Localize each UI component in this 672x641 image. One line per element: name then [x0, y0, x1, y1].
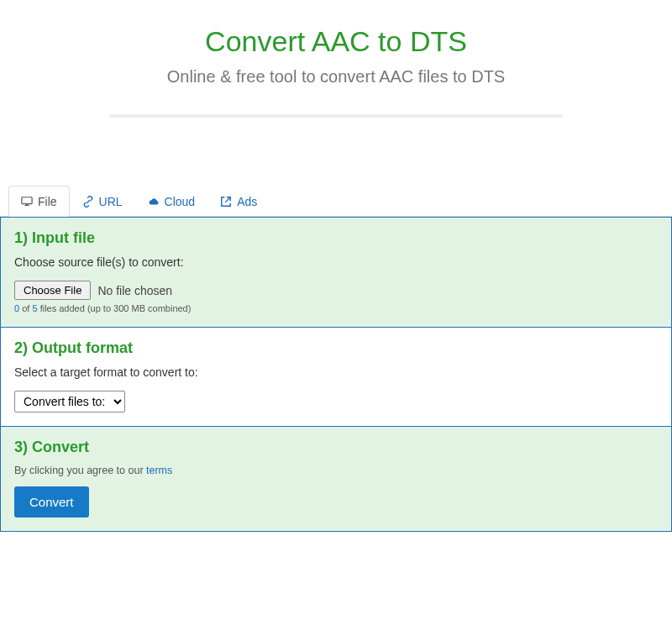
svg-rect-0	[22, 197, 32, 204]
choose-file-button[interactable]: Choose File	[14, 281, 91, 300]
terms-line: By clicking you agree to our terms	[14, 465, 658, 476]
source-tabs: File URL Cloud Ads	[0, 185, 672, 217]
convert-button[interactable]: Convert	[14, 486, 89, 518]
tab-file[interactable]: File	[8, 186, 70, 217]
step1-title: 1) Input file	[14, 229, 658, 247]
tab-cloud-label: Cloud	[165, 195, 196, 208]
files-added-count: 0	[14, 303, 19, 313]
tab-cloud[interactable]: Cloud	[135, 186, 208, 217]
divider	[109, 114, 563, 118]
tab-ads-label: Ads	[237, 195, 257, 208]
terms-link[interactable]: terms	[146, 465, 172, 476]
file-count-hint: 0 of 5 files added (up to 300 MB combine…	[14, 303, 658, 313]
step-convert: 3) Convert By clicking you agree to our …	[1, 427, 671, 531]
tab-url-label: URL	[99, 195, 123, 208]
cloud-icon	[148, 196, 160, 208]
monitor-icon	[21, 196, 33, 208]
step-input-file: 1) Input file Choose source file(s) to c…	[1, 218, 671, 328]
step3-title: 3) Convert	[14, 439, 658, 456]
file-chosen-status: No file chosen	[97, 284, 172, 297]
external-link-icon	[220, 196, 232, 208]
tab-url[interactable]: URL	[70, 186, 135, 217]
step2-title: 2) Output format	[14, 339, 658, 357]
link-icon	[82, 196, 94, 208]
page-title: Convert AAC to DTS	[17, 25, 655, 58]
svg-rect-2	[26, 204, 28, 206]
page-subtitle: Online & free tool to convert AAC files …	[118, 65, 554, 89]
step2-desc: Select a target format to convert to:	[14, 365, 658, 379]
hero-section: Convert AAC to DTS Online & free tool to…	[0, 0, 672, 168]
step-output-format: 2) Output format Select a target format …	[1, 328, 671, 427]
files-max-count: 5	[32, 303, 37, 313]
output-format-select[interactable]: Convert files to:	[14, 391, 125, 412]
step1-desc: Choose source file(s) to convert:	[14, 255, 658, 269]
tab-file-label: File	[38, 195, 57, 208]
tab-ads[interactable]: Ads	[207, 186, 270, 217]
convert-panel: 1) Input file Choose source file(s) to c…	[0, 217, 672, 532]
